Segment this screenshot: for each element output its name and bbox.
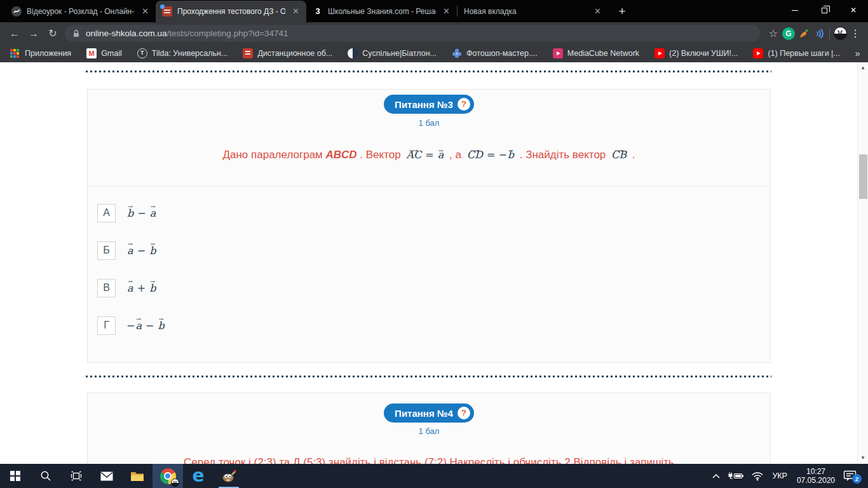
close-icon[interactable]: ✕ xyxy=(290,6,301,17)
close-icon[interactable]: ✕ xyxy=(441,6,452,17)
gimp-taskbar-button[interactable] xyxy=(214,464,244,488)
toolbar-separator xyxy=(829,28,830,39)
bookmark-gmail[interactable]: Gmail xyxy=(86,48,122,58)
option-v[interactable]: В a + b xyxy=(97,278,770,297)
dotted-separator xyxy=(86,376,771,377)
folder-icon xyxy=(130,471,144,482)
action-center-button[interactable]: 2 xyxy=(842,470,858,482)
menu-dots-icon[interactable]: ⋮ xyxy=(848,27,863,39)
tab-test-active[interactable]: Проходження тестового ДЗ - О ✕ xyxy=(156,1,306,22)
scrollbar-thumb[interactable] xyxy=(859,154,867,199)
bookmark-suspilne[interactable]: Суспільне|Біатлон... xyxy=(348,48,437,58)
question-3-card: Питання №3 ? 1 бал Дано паралелограм ABC… xyxy=(87,89,771,363)
bookmark-star-icon[interactable]: ☆ xyxy=(766,27,781,39)
browser-toolbar: ← → ↻ online-shkola.com.ua/tests/complet… xyxy=(0,22,868,44)
bookmark-label: MediaCube Network xyxy=(567,49,639,58)
tray-chevron-up-icon[interactable] xyxy=(710,473,722,479)
option-letter-box[interactable]: Б xyxy=(97,241,116,260)
half-circle-icon xyxy=(348,48,358,58)
address-bar[interactable]: online-shkola.com.ua/tests/completing.ph… xyxy=(65,25,761,42)
task-view-button[interactable] xyxy=(61,464,92,488)
close-window-button[interactable]: ✕ xyxy=(839,0,868,20)
page-content: Питання №3 ? 1 бал Дано паралелограм ABC… xyxy=(0,62,868,464)
bookmark-label: Дистанционное об... xyxy=(257,49,332,58)
scroll-up-arrow[interactable]: ▲ xyxy=(858,63,868,73)
gmail-icon xyxy=(86,48,97,58)
bookmark-label: Gmail xyxy=(101,49,122,58)
tab-new[interactable]: Новая вкладка ✕ xyxy=(458,1,608,22)
browser-titlebar: Відеоурок - Розклад - Онлайн-Ш ✕ Проходж… xyxy=(0,0,868,22)
url-text: online-shkola.com.ua/tests/completing.ph… xyxy=(86,29,288,38)
option-b[interactable]: Б a − b xyxy=(97,241,770,260)
close-icon[interactable]: ✕ xyxy=(592,6,603,17)
reload-icon[interactable]: ↻ xyxy=(43,27,62,39)
option-letter-box[interactable]: Г xyxy=(97,316,116,335)
url-path: /tests/completing.php?id=34741 xyxy=(167,29,288,38)
lock-icon xyxy=(72,29,80,38)
minimize-button[interactable] xyxy=(780,0,810,20)
taskbar-clock[interactable]: 10:27 07.05.2020 xyxy=(794,467,837,485)
battery-charging-icon[interactable] xyxy=(726,471,745,480)
waves-extension-icon[interactable] xyxy=(811,28,827,39)
bookmark-label: Фотошоп-мастер.... xyxy=(466,49,538,58)
file-explorer-button[interactable] xyxy=(122,464,153,488)
profile-badge-icon: V xyxy=(171,478,179,487)
edge-taskbar-button[interactable]: e xyxy=(183,464,214,488)
back-arrow-icon[interactable]: ← xyxy=(5,28,24,39)
option-formula: a − b xyxy=(126,245,156,257)
forward-arrow-icon[interactable]: → xyxy=(24,28,43,39)
bookmark-apps[interactable]: Приложения xyxy=(10,48,71,58)
restore-button[interactable] xyxy=(810,0,839,20)
new-tab-button[interactable]: + xyxy=(613,3,631,20)
question-badge-label: Питання №4 xyxy=(395,408,453,419)
task-view-icon xyxy=(71,471,82,481)
profile-avatar[interactable]: V xyxy=(832,27,848,40)
close-icon[interactable]: ✕ xyxy=(140,6,151,17)
bookmark-label: Приложения xyxy=(25,49,71,58)
question-3-header: Питання №3 ? 1 бал xyxy=(88,90,770,128)
bookmarks-overflow-chevron[interactable]: » xyxy=(855,48,860,58)
wifi-icon[interactable] xyxy=(750,471,765,481)
page-scrollbar[interactable]: ▲ ▼ xyxy=(857,62,868,464)
tab-znanija[interactable]: 3 Школьные Знания.com - Решае ✕ xyxy=(306,1,457,22)
bookmark-photoshop[interactable]: Фотошоп-мастер.... xyxy=(452,48,538,58)
language-indicator[interactable]: УКР xyxy=(770,471,790,480)
carrot-extension-icon[interactable] xyxy=(796,29,811,39)
bookmark-label: (1) Первые шаги |... xyxy=(768,49,839,58)
chrome-taskbar-button[interactable]: V xyxy=(153,464,183,488)
option-formula: b − a xyxy=(126,207,156,219)
option-letter-box[interactable]: В xyxy=(97,279,116,297)
clock-time: 10:27 xyxy=(797,467,835,476)
bookmark-label: (2) Включи УШИ!... xyxy=(669,49,738,58)
grammarly-icon[interactable]: G xyxy=(781,27,796,40)
question-4-card: Питання №4 ? 1 бал Серед точок і (2;3) т… xyxy=(87,393,771,464)
bookmark-distance[interactable]: Дистанционное об... xyxy=(243,48,332,58)
dark-globe-icon xyxy=(11,6,22,17)
option-formula: a + b xyxy=(126,282,156,294)
bookmark-youtube-2[interactable]: (2) Включи УШИ!... xyxy=(654,48,738,58)
bookmarks-bar: Приложения Gmail T Tilda: Универсальн...… xyxy=(0,44,868,62)
question-badge-label: Питання №3 xyxy=(395,99,453,110)
option-g[interactable]: Г −a − b xyxy=(97,316,770,335)
help-icon[interactable]: ? xyxy=(458,98,470,111)
bookmark-mediacube[interactable]: MediaCube Network xyxy=(553,48,639,58)
question-3-text: Дано паралелограм ABCD . Вектор AC = a ,… xyxy=(88,146,770,187)
edge-icon: e xyxy=(193,467,205,485)
tab-strip: Відеоурок - Розклад - Онлайн-Ш ✕ Проходж… xyxy=(0,0,631,22)
bookmark-label: Суспільне|Біатлон... xyxy=(362,49,437,58)
option-letter-box[interactable]: А xyxy=(97,204,116,222)
option-a[interactable]: А b − a xyxy=(97,203,770,222)
question-4-clipped-text: Серед точок і (2;3) та Д (5;3) знайдіть … xyxy=(88,456,770,464)
taskbar-search-button[interactable] xyxy=(31,464,61,488)
notification-count-badge: 2 xyxy=(852,474,862,484)
question-3-options: А b − a Б a − b В a + b Г −a − b xyxy=(88,187,770,335)
scroll-down-arrow[interactable]: ▼ xyxy=(858,453,868,463)
help-icon[interactable]: ? xyxy=(458,407,470,419)
tab-videourok[interactable]: Відеоурок - Розклад - Онлайн-Ш ✕ xyxy=(5,1,156,22)
start-button[interactable] xyxy=(0,464,31,488)
mail-button[interactable] xyxy=(92,464,122,488)
bookmark-tilda[interactable]: T Tilda: Универсальн... xyxy=(137,48,228,58)
question-4-header: Питання №4 ? 1 бал xyxy=(88,393,770,436)
bookmark-youtube-1[interactable]: (1) Первые шаги |... xyxy=(753,48,839,58)
screen: Відеоурок - Розклад - Онлайн-Ш ✕ Проходж… xyxy=(0,0,868,488)
